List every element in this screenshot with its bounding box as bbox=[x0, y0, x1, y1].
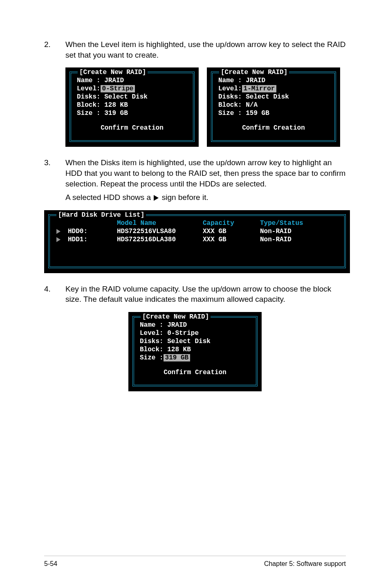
page-number: 5-54 bbox=[44, 560, 57, 568]
step-subtext: A selected HDD shows a sign before it. bbox=[65, 192, 346, 203]
step-number: 2. bbox=[44, 39, 65, 60]
raid-name: Name : JRAID bbox=[218, 76, 329, 85]
col-header-capacity: Capacity bbox=[203, 219, 260, 227]
col-header-model: Model Name bbox=[117, 219, 203, 227]
raid-block: Block: 128 KB bbox=[77, 101, 187, 109]
drive-type: Non-RAID bbox=[260, 236, 329, 244]
drive-id: HDD0: bbox=[68, 227, 117, 236]
subtext-before: A selected HDD shows a bbox=[65, 193, 151, 202]
raid-disks: Disks: Select Disk bbox=[218, 93, 329, 101]
raid-size-value[interactable]: 319 GB bbox=[164, 354, 191, 361]
step-text: When the Level item is highlighted, use … bbox=[65, 39, 346, 60]
raid-size: Size : 159 GB bbox=[218, 109, 329, 117]
step-number: 4. bbox=[44, 284, 65, 305]
raid-level-label: Level: bbox=[218, 85, 242, 92]
raid-level: Level: 0-Stripe bbox=[140, 329, 250, 337]
raid-disks: Disks: Select Disk bbox=[140, 337, 250, 346]
create-raid-panel-mirror: [Create New RAID] Name : JRAID Level:1-M… bbox=[207, 67, 340, 147]
raid-level-label: Level: bbox=[77, 85, 101, 92]
raid-level-value[interactable]: 1-Mirror bbox=[242, 85, 277, 92]
raid-level-row: Level:1-Mirror bbox=[218, 85, 329, 93]
create-raid-panel-size: [Create New RAID] Name : JRAID Level: 0-… bbox=[128, 312, 262, 391]
subtext-after: sign before it. bbox=[162, 193, 208, 202]
confirm-creation[interactable]: Confirm Creation bbox=[218, 124, 329, 132]
create-raid-panel-stripe: [Create New RAID] Name : JRAID Level:0-S… bbox=[65, 67, 199, 147]
drive-capacity: XXX GB bbox=[203, 236, 260, 244]
drive-id: HDD1: bbox=[68, 236, 117, 244]
hard-disk-drive-list-panel: [Hard Disk Drive List] Model Name Capaci… bbox=[44, 210, 350, 273]
play-triangle-icon bbox=[154, 195, 159, 201]
confirm-creation[interactable]: Confirm Creation bbox=[77, 124, 187, 132]
drive-capacity: XXX GB bbox=[203, 227, 260, 236]
drive-model: HDS722516DLA380 bbox=[117, 236, 203, 244]
selected-marker-icon bbox=[56, 229, 61, 234]
step-text: Key in the RAID volume capacity. Use the… bbox=[65, 284, 346, 305]
selected-marker-icon bbox=[56, 237, 61, 242]
raid-size-label: Size : bbox=[140, 354, 164, 361]
drive-type: Non-RAID bbox=[260, 227, 329, 236]
step-number: 3. bbox=[44, 157, 65, 203]
confirm-creation[interactable]: Confirm Creation bbox=[140, 368, 250, 377]
raid-block: Block: 128 KB bbox=[140, 346, 250, 354]
raid-disks: Disks: Select Disk bbox=[77, 93, 187, 101]
step-text: When the Disks item is highlighted, use … bbox=[65, 157, 346, 189]
col-header-type: Type/Status bbox=[260, 219, 329, 227]
raid-block: Block: N/A bbox=[218, 101, 329, 109]
panel-title: [Hard Disk Drive List] bbox=[56, 211, 146, 219]
drive-row[interactable]: HDD0: HDS722516VLSA80 XXX GB Non-RAID bbox=[56, 227, 338, 236]
raid-level-row: Level:0-Stripe bbox=[77, 85, 187, 93]
panel-title: [Create New RAID] bbox=[78, 68, 148, 76]
chapter-label: Chapter 5: Software support bbox=[264, 560, 346, 568]
drive-model: HDS722516VLSA80 bbox=[117, 227, 203, 236]
panel-title: [Create New RAID] bbox=[141, 313, 211, 321]
panel-title: [Create New RAID] bbox=[219, 68, 289, 76]
raid-name: Name : JRAID bbox=[140, 321, 250, 329]
raid-level-value[interactable]: 0-Stripe bbox=[101, 85, 135, 92]
drive-row[interactable]: HDD1: HDS722516DLA380 XXX GB Non-RAID bbox=[56, 236, 338, 244]
raid-name: Name : JRAID bbox=[77, 76, 187, 85]
raid-size: Size : 319 GB bbox=[77, 109, 187, 117]
raid-size-row: Size :319 GB bbox=[140, 354, 250, 362]
